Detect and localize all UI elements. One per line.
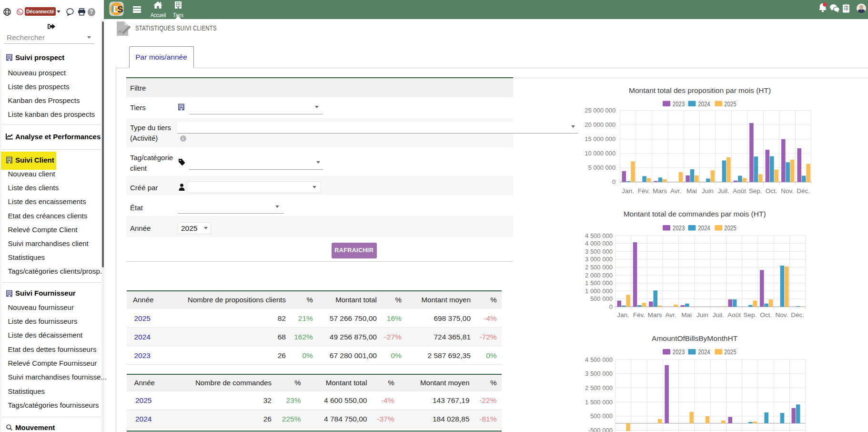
svg-text:2 000 000: 2 000 000 bbox=[585, 272, 613, 279]
svg-text:0: 0 bbox=[612, 178, 616, 185]
svg-text:3 500 000: 3 500 000 bbox=[585, 248, 613, 255]
svg-text:Nov.: Nov. bbox=[775, 311, 788, 319]
svg-text:2024: 2024 bbox=[698, 348, 710, 356]
svg-text:10 000 000: 10 000 000 bbox=[585, 150, 616, 157]
svg-text:15 000 000: 15 000 000 bbox=[585, 135, 616, 143]
svg-text:1 500 000: 1 500 000 bbox=[585, 399, 613, 406]
svg-text:Juin: Juin bbox=[702, 187, 714, 195]
svg-text:2024: 2024 bbox=[698, 100, 710, 108]
svg-text:25 000 000: 25 000 000 bbox=[585, 107, 616, 114]
svg-text:Avr.: Avr. bbox=[665, 311, 676, 319]
svg-text:2023: 2023 bbox=[673, 224, 685, 232]
svg-text:Oct.: Oct. bbox=[766, 187, 777, 195]
svg-text:2023: 2023 bbox=[673, 348, 685, 356]
svg-text:Montant total des proposition: Montant total des proposition par mois (… bbox=[629, 86, 771, 94]
svg-text:Fév.: Fév. bbox=[633, 311, 645, 319]
svg-text:20 000 000: 20 000 000 bbox=[585, 121, 616, 128]
svg-text:4 000 000: 4 000 000 bbox=[585, 240, 613, 247]
svg-text:4 500 000: 4 500 000 bbox=[585, 232, 613, 239]
svg-text:Nov.: Nov. bbox=[781, 187, 794, 195]
svg-text:Jan.: Jan. bbox=[622, 187, 634, 195]
svg-text:-500 000: -500 000 bbox=[588, 427, 613, 432]
svg-text:Montant total de commandes par: Montant total de commandes par mois (HT) bbox=[624, 210, 766, 218]
svg-text:Déc.: Déc. bbox=[791, 311, 804, 319]
svg-text:S: S bbox=[117, 4, 123, 14]
svg-text:Fév.: Fév. bbox=[638, 187, 650, 195]
svg-text:AmountOfBillsByMonthHT: AmountOfBillsByMonthHT bbox=[652, 334, 738, 342]
svg-text:Juin: Juin bbox=[696, 311, 708, 319]
svg-text:3 000 000: 3 000 000 bbox=[585, 256, 613, 263]
svg-text:Sep.: Sep. bbox=[743, 311, 757, 319]
svg-text:Jan.: Jan. bbox=[617, 311, 629, 319]
svg-text:Juil.: Juil. bbox=[713, 311, 724, 319]
svg-text:Déc.: Déc. bbox=[797, 187, 810, 195]
svg-text:2025: 2025 bbox=[724, 348, 737, 356]
svg-text:2025: 2025 bbox=[724, 224, 737, 232]
svg-text:Mai: Mai bbox=[681, 311, 692, 319]
svg-text:4 500 000: 4 500 000 bbox=[585, 356, 613, 363]
svg-text:Mars: Mars bbox=[653, 187, 667, 195]
svg-text:2 500 000: 2 500 000 bbox=[585, 264, 613, 271]
svg-text:Oct.: Oct. bbox=[760, 311, 772, 319]
svg-text:Juil.: Juil. bbox=[718, 187, 729, 195]
svg-text:500 000: 500 000 bbox=[590, 412, 613, 420]
svg-text:500 000: 500 000 bbox=[590, 295, 613, 302]
svg-text:2025: 2025 bbox=[724, 100, 737, 108]
svg-text:3 500 000: 3 500 000 bbox=[585, 370, 613, 377]
svg-text:5 000 000: 5 000 000 bbox=[588, 164, 616, 171]
svg-text:2 500 000: 2 500 000 bbox=[585, 384, 613, 391]
svg-text:1 500 000: 1 500 000 bbox=[585, 279, 613, 287]
svg-text:Août: Août bbox=[733, 187, 746, 195]
svg-text:0: 0 bbox=[609, 303, 613, 310]
svg-text:2024: 2024 bbox=[698, 224, 710, 232]
svg-text:Mai: Mai bbox=[686, 187, 697, 195]
svg-text:1 000 000: 1 000 000 bbox=[585, 288, 613, 295]
svg-text:Août: Août bbox=[727, 311, 741, 319]
svg-text:Sep.: Sep. bbox=[749, 187, 762, 195]
svg-text:Avr.: Avr. bbox=[670, 187, 681, 195]
svg-text:Mars: Mars bbox=[648, 311, 662, 319]
svg-text:2023: 2023 bbox=[673, 100, 685, 108]
